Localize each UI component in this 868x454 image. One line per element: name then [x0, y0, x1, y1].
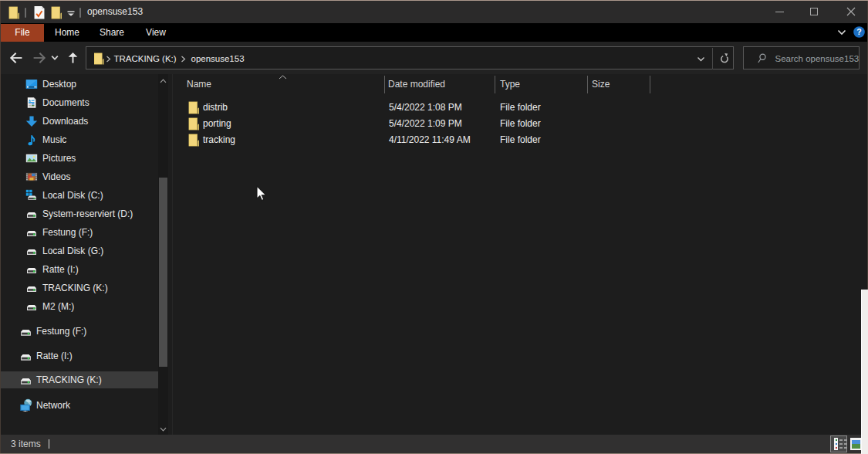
svg-text:?: ? [856, 27, 861, 36]
